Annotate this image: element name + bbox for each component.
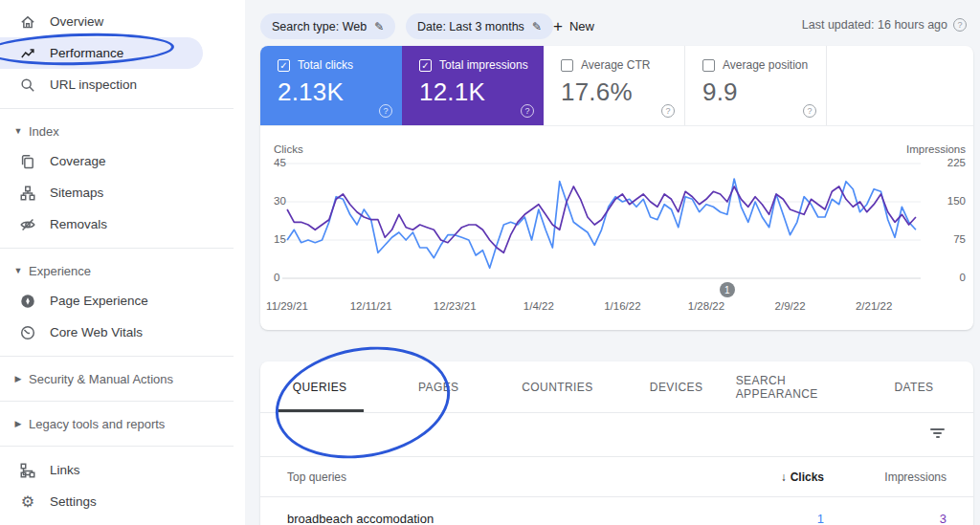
chart-plot[interactable]: 11/29/2112/11/2112/23/211/4/221/16/221/2…	[282, 159, 921, 283]
table-row[interactable]: broadbeach accomodation 1 3	[260, 497, 973, 525]
tab-queries[interactable]: QUERIES	[260, 361, 379, 412]
checkbox-icon[interactable]: ✓	[278, 59, 290, 72]
y-left-tick-label: 30	[274, 195, 286, 207]
date-filter-chip[interactable]: Date: Last 3 months ✎	[406, 13, 553, 39]
help-icon[interactable]: ?	[661, 104, 675, 118]
speedometer-icon	[19, 324, 36, 341]
timeline-annotation-marker[interactable]: 1	[720, 282, 735, 297]
checkbox-icon[interactable]: ✓	[419, 59, 432, 72]
last-updated-text: Last updated: 16 hours ago ?	[802, 18, 967, 32]
sidebar-item-performance[interactable]: Performance	[0, 37, 203, 69]
sidebar-item-removals[interactable]: Removals	[0, 208, 245, 240]
sidebar-item-label: URL inspection	[50, 77, 137, 92]
query-cell[interactable]: broadbeach accomodation	[287, 512, 700, 525]
sidebar-item-page-experience[interactable]: Page Experience	[0, 285, 245, 317]
chart-svg	[282, 159, 921, 283]
sidebar-section-security-manual-actions[interactable]: ▶ Security & Manual Actions	[0, 364, 245, 393]
sidebar-item-core-web-vitals[interactable]: Core Web Vitals	[0, 317, 245, 348]
metric-value: 9.9	[702, 77, 826, 107]
sidebar-item-links[interactable]: Links	[0, 454, 245, 486]
search-type-chip-label: Search type: Web	[272, 20, 367, 33]
main-content: Search type: Web ✎ Date: Last 3 months ✎…	[245, 0, 980, 525]
search-type-chip[interactable]: Search type: Web ✎	[260, 13, 395, 39]
edit-pencil-icon: ✎	[532, 20, 542, 33]
tab-pages[interactable]: PAGES	[379, 361, 498, 412]
metric-value: 17.6%	[561, 77, 684, 107]
sidebar-item-coverage[interactable]: Coverage	[0, 145, 245, 177]
home-icon	[19, 13, 36, 31]
y-left-tick-label: 45	[274, 157, 286, 168]
edit-pencil-icon: ✎	[374, 20, 384, 33]
tab-devices[interactable]: DEVICES	[617, 361, 736, 412]
sidebar-item-label: Sitemaps	[50, 186, 103, 200]
sidebar-item-label: Performance	[50, 46, 123, 60]
tab-dates[interactable]: DATES	[855, 361, 973, 412]
x-tick-label: 2/21/22	[856, 300, 892, 312]
sidebar-divider	[0, 356, 234, 357]
x-tick-label: 11/29/21	[266, 300, 308, 312]
page-experience-icon	[19, 293, 36, 310]
tile-header: Average CTR	[561, 58, 684, 72]
metric-label: Total impressions	[439, 58, 528, 72]
tab-label: PAGES	[418, 381, 458, 394]
help-icon[interactable]: ?	[379, 104, 392, 118]
x-tick-label: 1/28/22	[688, 300, 724, 312]
column-header-clicks-label: Clicks	[791, 470, 824, 484]
tab-label: SEARCH APPEARANCE	[736, 374, 855, 401]
coverage-icon	[19, 153, 36, 170]
active-tab-underline	[276, 409, 364, 412]
filter-icon[interactable]	[930, 428, 945, 440]
sidebar-section-index[interactable]: ▼ Index	[0, 117, 245, 145]
tab-label: COUNTRIES	[522, 381, 592, 394]
metric-average-ctr-tile[interactable]: Average CTR 17.6% ?	[544, 46, 685, 125]
queries-table-card: QUERIES PAGES COUNTRIES DEVICES SEARCH A…	[260, 361, 973, 525]
right-axis-title: Impressions	[906, 143, 966, 155]
metric-value: 12.1K	[419, 77, 544, 107]
column-header-clicks[interactable]: ↓Clicks	[700, 470, 824, 484]
sidebar-item-label: Coverage	[50, 154, 106, 168]
sidebar-item-label: Removals	[50, 217, 107, 231]
sidebar-divider	[0, 108, 234, 109]
series-line-clicks	[287, 179, 916, 268]
sidebar-item-url-inspection[interactable]: URL inspection	[0, 69, 245, 100]
help-icon[interactable]: ?	[803, 104, 816, 118]
sidebar-item-overview[interactable]: Overview	[0, 6, 245, 37]
tabs-row: QUERIES PAGES COUNTRIES DEVICES SEARCH A…	[260, 361, 973, 413]
caret-right-icon: ▶	[10, 374, 27, 383]
x-tick-label: 1/16/22	[604, 300, 640, 312]
metric-average-position-tile[interactable]: Average position 9.9 ?	[685, 46, 827, 125]
sidebar-section-experience[interactable]: ▼ Experience	[0, 256, 245, 285]
sidebar-section-legacy-tools[interactable]: ▶ Legacy tools and reports	[0, 409, 245, 438]
checkbox-icon[interactable]	[702, 59, 715, 72]
tab-countries[interactable]: COUNTRIES	[498, 361, 616, 412]
x-tick-label: 2/9/22	[775, 300, 806, 312]
y-right-tick-label: 150	[947, 195, 966, 207]
metric-total-impressions-tile[interactable]: ✓ Total impressions 12.1K ?	[402, 46, 544, 125]
topbar: Search type: Web ✎ Date: Last 3 months ✎…	[245, 0, 980, 46]
x-tick-label: 12/11/21	[350, 300, 392, 312]
table-header: Top queries ↓Clicks Impressions	[260, 457, 973, 497]
sidebar-item-label: Overview	[50, 14, 103, 29]
help-icon[interactable]: ?	[953, 18, 967, 32]
sidebar-item-sitemaps[interactable]: Sitemaps	[0, 177, 245, 208]
sidebar-section-label: Index	[29, 124, 59, 139]
eye-off-icon	[19, 216, 36, 233]
sitemaps-icon	[19, 185, 36, 202]
caret-down-icon: ▼	[10, 126, 27, 136]
help-icon[interactable]: ?	[521, 104, 534, 118]
column-header-top-queries[interactable]: Top queries	[287, 470, 700, 484]
caret-right-icon: ▶	[10, 419, 27, 428]
left-axis-title: Clicks	[274, 143, 303, 155]
new-filter-button[interactable]: + New	[553, 13, 594, 39]
tab-search-appearance[interactable]: SEARCH APPEARANCE	[736, 361, 855, 412]
chart-area: Clicks Impressions 11/29/2112/11/2112/23…	[260, 126, 973, 329]
column-header-impressions[interactable]: Impressions	[824, 470, 947, 484]
checkbox-icon[interactable]	[561, 59, 573, 72]
y-right-tick-label: 0	[960, 272, 966, 283]
metric-total-clicks-tile[interactable]: ✓ Total clicks 2.13K ?	[260, 46, 402, 125]
sidebar: Overview Performance URL inspection ▼ In…	[0, 0, 245, 525]
x-tick-label: 12/23/21	[434, 300, 477, 312]
links-icon	[19, 462, 36, 479]
gear-icon: ⚙	[19, 493, 36, 511]
sidebar-item-settings[interactable]: ⚙ Settings	[0, 486, 245, 517]
